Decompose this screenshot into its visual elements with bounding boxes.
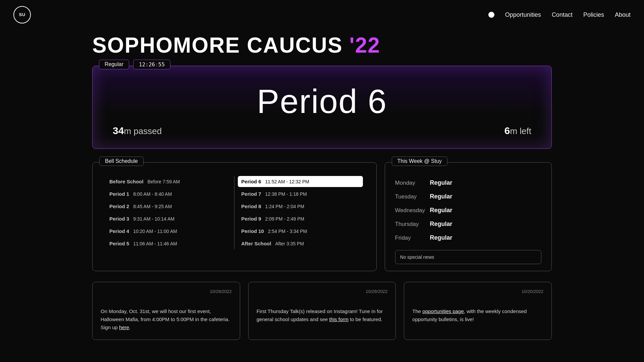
week-days-list: MondayRegularTuesdayRegularWednesdayRegu… <box>395 176 541 245</box>
logo-text: SU <box>19 12 25 17</box>
bell-period-name: Before School <box>109 179 144 184</box>
title-year: '22 <box>350 33 380 57</box>
nav-contact[interactable]: Contact <box>552 11 573 18</box>
news-text-span: The <box>412 308 422 314</box>
bell-row: Period 18:00 AM - 8:40 AM <box>106 188 231 199</box>
week-day-label: Thursday <box>395 221 425 228</box>
bell-time: 2:09 PM - 2:49 PM <box>265 216 304 222</box>
news-text: On Monday, Oct. 31st, we will host our f… <box>101 307 232 331</box>
nav-opportunities[interactable]: Opportunities <box>505 11 541 18</box>
nav-dot <box>488 12 494 18</box>
nav-about[interactable]: About <box>615 11 631 18</box>
week-day-label: Tuesday <box>395 193 425 200</box>
week-day-type: Regular <box>430 193 452 200</box>
news-section: 10/29/2022On Monday, Oct. 31st, we will … <box>92 282 552 340</box>
period-time-row: 34m passed 6m left <box>113 125 531 136</box>
bell-time: Before 7:59 AM <box>148 179 180 184</box>
week-day-row: FridayRegular <box>395 231 541 245</box>
bell-row: Period 39:31 AM - 10:14 AM <box>106 213 231 224</box>
bell-row: Period 410:20 AM - 11:00 AM <box>106 226 231 237</box>
navbar: SU Opportunities Contact Policies About <box>0 0 644 29</box>
bell-time: 1:24 PM - 2:04 PM <box>265 204 304 209</box>
bell-row: Period 28:45 AM - 9:25 AM <box>106 201 231 212</box>
bottom-section: Bell Schedule Before SchoolBefore 7:59 A… <box>92 162 552 271</box>
bell-period-name: Period 10 <box>241 228 264 234</box>
news-date: 10/29/2022 <box>101 289 232 294</box>
bell-period-name: Period 6 <box>241 179 261 184</box>
bell-period-name: Period 3 <box>109 216 129 222</box>
this-week-tab: This Week @ Stuy <box>392 157 447 166</box>
left-number: 6 <box>504 125 510 136</box>
bell-time: 10:20 AM - 11:00 AM <box>133 229 177 234</box>
news-date: 10/20/2022 <box>412 289 543 294</box>
this-week-card: This Week @ Stuy MondayRegularTuesdayReg… <box>385 162 552 271</box>
period-card: Period 6 34m passed 6m left <box>92 66 552 149</box>
bell-row: Period 92:09 PM - 2:49 PM <box>238 213 363 224</box>
logo[interactable]: SU <box>13 6 31 23</box>
news-card: 10/29/2022On Monday, Oct. 31st, we will … <box>92 282 240 340</box>
week-day-label: Wednesday <box>395 207 425 214</box>
week-day-label: Friday <box>395 235 425 241</box>
page-title: SOPHOMORE CAUCUS '22 <box>0 29 644 58</box>
bell-period-name: After School <box>241 241 271 246</box>
week-day-row: TuesdayRegular <box>395 190 541 203</box>
news-text-span: . <box>129 324 130 330</box>
bell-period-name: Period 4 <box>109 228 129 234</box>
bell-time: 8:45 AM - 9:25 AM <box>133 204 172 209</box>
title-text: SOPHOMORE CAUCUS <box>92 33 343 57</box>
bell-schedule-card: Bell Schedule Before SchoolBefore 7:59 A… <box>92 162 377 271</box>
bell-row: Period 611:52 AM - 12:32 PM <box>238 176 363 187</box>
bell-row: Period 511:06 AM - 11:46 AM <box>106 238 231 249</box>
week-day-type: Regular <box>430 221 452 228</box>
nav-links: Opportunities Contact Policies About <box>488 11 631 18</box>
period-card-tabs: Regular 12:26:55 <box>99 60 170 69</box>
bell-row: After SchoolAfter 3:35 PM <box>238 238 363 249</box>
bell-period-name: Period 7 <box>241 191 261 197</box>
time-passed: 34m passed <box>113 125 162 136</box>
bell-time: 8:00 AM - 8:40 AM <box>133 191 172 197</box>
news-date: 10/29/2022 <box>257 289 388 294</box>
bell-schedule-tab: Bell Schedule <box>99 157 144 166</box>
news-text-span: to be featured. <box>348 316 382 322</box>
bell-period-name: Period 9 <box>241 216 261 222</box>
bell-row: Period 712:38 PM - 1:18 PM <box>238 188 363 199</box>
news-link[interactable]: opportunities page <box>422 308 464 314</box>
week-day-row: WednesdayRegular <box>395 203 541 217</box>
bell-row: Period 102:54 PM - 3:34 PM <box>238 226 363 237</box>
nav-policies[interactable]: Policies <box>583 11 604 18</box>
week-day-row: MondayRegular <box>395 176 541 190</box>
bell-row: Before SchoolBefore 7:59 AM <box>106 176 231 187</box>
bell-time: 11:52 AM - 12:32 PM <box>265 179 309 184</box>
time-colon: : <box>155 61 158 68</box>
period-card-wrapper: Regular 12:26:55 Period 6 34m passed 6m … <box>92 66 552 149</box>
bell-time: After 3:35 PM <box>275 241 304 246</box>
week-day-type: Regular <box>430 234 452 241</box>
time-hours: 12:26 <box>139 61 155 68</box>
bell-right-col: Period 611:52 AM - 12:32 PMPeriod 712:38… <box>234 176 366 249</box>
news-text: The opportunities page, with the weekly … <box>412 307 543 323</box>
time-left: 6m left <box>504 125 531 136</box>
bell-period-name: Period 8 <box>241 203 261 209</box>
bell-time: 2:54 PM - 3:34 PM <box>268 229 307 234</box>
bell-schedule-grid: Before SchoolBefore 7:59 AMPeriod 18:00 … <box>103 176 366 249</box>
news-link[interactable]: this form <box>329 316 349 322</box>
news-card: 10/29/2022First Thursday Talk(s) release… <box>248 282 396 340</box>
bell-period-name: Period 1 <box>109 191 129 197</box>
week-day-row: ThursdayRegular <box>395 217 541 231</box>
bell-row: Period 81:24 PM - 2:04 PM <box>238 201 363 212</box>
news-text: First Thursday Talk(s) released on Insta… <box>257 307 388 323</box>
week-day-label: Monday <box>395 180 425 186</box>
bell-period-name: Period 2 <box>109 203 129 209</box>
current-period-name: Period 6 <box>113 83 531 120</box>
bell-period-name: Period 5 <box>109 241 129 246</box>
bell-time: 9:31 AM - 10:14 AM <box>133 216 174 222</box>
news-card: 10/20/2022The opportunities page, with t… <box>404 282 552 340</box>
passed-number: 34 <box>113 125 124 136</box>
bell-time: 12:38 PM - 1:18 PM <box>265 191 307 197</box>
bell-left-col: Before SchoolBefore 7:59 AMPeriod 18:00 … <box>103 176 234 249</box>
news-link[interactable]: here <box>119 324 129 330</box>
schedule-type-tab: Regular <box>99 60 129 69</box>
time-seconds: 55 <box>158 61 165 68</box>
left-unit: m left <box>510 126 531 136</box>
week-day-type: Regular <box>430 207 452 214</box>
